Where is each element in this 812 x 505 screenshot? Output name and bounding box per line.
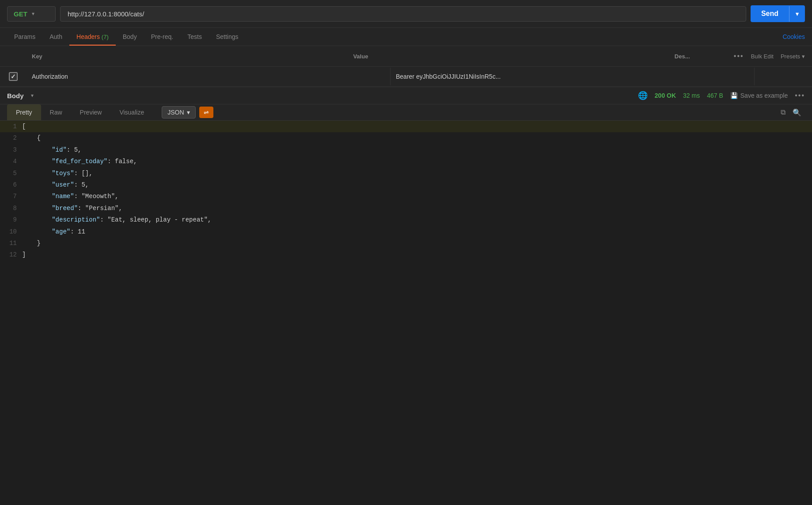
globe-icon: 🌐: [638, 91, 648, 100]
view-tabs: Pretty Raw Preview Visualize JSON ▾ ⇌ ⧉ …: [0, 104, 812, 121]
col-header-desc: Des...: [669, 50, 727, 62]
format-selector[interactable]: JSON ▾: [162, 106, 195, 119]
line-content: "description": "Eat, sleep, play - repea…: [22, 214, 211, 226]
three-dots-icon[interactable]: •••: [734, 52, 744, 60]
line-number: 7: [0, 191, 22, 202]
wrap-button[interactable]: ⇌: [199, 107, 213, 118]
presets-chevron-icon: ▾: [802, 53, 805, 60]
status-badge: 200 OK: [655, 92, 676, 99]
json-line: 9 "description": "Eat, sleep, play - rep…: [0, 214, 812, 226]
format-chevron-icon: ▾: [187, 109, 190, 116]
line-content: "toys": [],: [22, 168, 93, 179]
line-content: "user": 5,: [22, 179, 89, 191]
tab-auth[interactable]: Auth: [42, 28, 69, 46]
json-line: 12]: [0, 249, 812, 260]
table-row: ✓ Authorization Bearer eyJhbGciOiJJIUzI1…: [0, 67, 812, 87]
json-line: 2 {: [0, 132, 812, 144]
header-desc-cell: [755, 71, 812, 82]
line-content: ]: [22, 249, 26, 260]
line-content: }: [22, 237, 41, 249]
bulk-edit-button[interactable]: Bulk Edit: [751, 53, 774, 60]
headers-table-header: Key Value Des... ••• Bulk Edit Presets ▾: [0, 46, 812, 67]
view-tab-preview[interactable]: Preview: [71, 104, 111, 120]
copy-button[interactable]: ⧉: [777, 107, 789, 118]
view-tab-visualize[interactable]: Visualize: [110, 104, 153, 120]
response-time: 32 ms: [683, 92, 700, 99]
view-tab-pretty[interactable]: Pretty: [7, 104, 41, 120]
response-bar: Body ▾ 🌐 200 OK 32 ms 467 B 💾 Save as ex…: [0, 87, 812, 104]
line-content: "name": "Meoowth",: [22, 191, 118, 202]
send-label: Send: [751, 5, 789, 22]
header-value-cell[interactable]: Bearer eyJhbGciOiJJIUzI1NiIsInR5c...: [391, 68, 755, 85]
body-label: Body: [7, 92, 24, 99]
format-bar: JSON ▾ ⇌: [162, 106, 213, 119]
json-line: 6 "user": 5,: [0, 179, 812, 191]
checkmark-icon: ✓: [11, 73, 16, 80]
json-line: 5 "toys": [],: [0, 168, 812, 179]
json-line: 10 "age": 11: [0, 226, 812, 237]
line-content: "age": 11: [22, 226, 85, 237]
send-button[interactable]: Send ▾: [751, 5, 805, 22]
json-line: 8 "breed": "Persian",: [0, 203, 812, 214]
presets-button[interactable]: Presets ▾: [781, 53, 805, 60]
wrap-icon: ⇌: [204, 109, 209, 116]
line-content: {: [22, 132, 41, 144]
line-content: "fed_for_today": false,: [22, 156, 137, 167]
tabs-bar: Params Auth Headers (7) Body Pre-req. Te…: [0, 28, 812, 46]
save-icon: 💾: [730, 92, 738, 99]
url-input-container: [60, 6, 746, 22]
json-line: 1[: [0, 121, 812, 132]
col-header-key: Key: [27, 50, 348, 62]
url-input[interactable]: [68, 10, 739, 18]
line-number: 8: [0, 203, 22, 214]
json-line: 3 "id": 5,: [0, 144, 812, 156]
header-key-cell[interactable]: Authorization: [27, 68, 391, 85]
top-bar: GET ▾ Send ▾: [0, 0, 812, 28]
headers-badge: (7): [102, 34, 109, 40]
checkbox-cell: ✓: [0, 67, 27, 86]
json-line: 4 "fed_for_today": false,: [0, 156, 812, 167]
tab-headers[interactable]: Headers (7): [69, 28, 116, 46]
line-content: "id": 5,: [22, 144, 81, 156]
method-selector[interactable]: GET ▾: [7, 6, 56, 22]
method-chevron-icon: ▾: [32, 11, 34, 17]
line-content: [: [22, 121, 26, 132]
cookies-link[interactable]: Cookies: [782, 28, 805, 46]
json-line: 7 "name": "Meoowth",: [0, 191, 812, 202]
line-number: 10: [0, 226, 22, 237]
col-header-actions: ••• Bulk Edit Presets ▾: [727, 50, 812, 63]
col-header-value: Value: [348, 50, 669, 62]
view-tab-raw[interactable]: Raw: [41, 104, 71, 120]
line-number: 6: [0, 179, 22, 191]
tab-body[interactable]: Body: [116, 28, 144, 46]
tab-params[interactable]: Params: [7, 28, 42, 46]
tab-prereq[interactable]: Pre-req.: [144, 28, 181, 46]
line-number: 12: [0, 249, 22, 260]
line-number: 3: [0, 144, 22, 156]
line-number: 4: [0, 156, 22, 167]
response-size: 467 B: [707, 92, 723, 99]
tab-settings[interactable]: Settings: [209, 28, 246, 46]
header-checkbox[interactable]: ✓: [9, 72, 18, 81]
line-number: 9: [0, 214, 22, 226]
body-chevron-icon[interactable]: ▾: [31, 92, 34, 99]
line-content: "breed": "Persian",: [22, 203, 122, 214]
line-number: 1: [0, 121, 22, 132]
json-editor: 1[2 {3 "id": 5,4 "fed_for_today": false,…: [0, 121, 812, 261]
method-label: GET: [14, 10, 27, 18]
line-number: 2: [0, 132, 22, 144]
headers-table: Key Value Des... ••• Bulk Edit Presets ▾…: [0, 46, 812, 87]
search-button[interactable]: 🔍: [789, 107, 805, 119]
json-line: 11 }: [0, 237, 812, 249]
line-number: 11: [0, 237, 22, 249]
line-number: 5: [0, 168, 22, 179]
tab-tests[interactable]: Tests: [180, 28, 209, 46]
response-more-icon[interactable]: •••: [795, 92, 805, 99]
save-example-button[interactable]: 💾 Save as example: [730, 92, 788, 99]
send-chevron-icon: ▾: [789, 6, 805, 22]
